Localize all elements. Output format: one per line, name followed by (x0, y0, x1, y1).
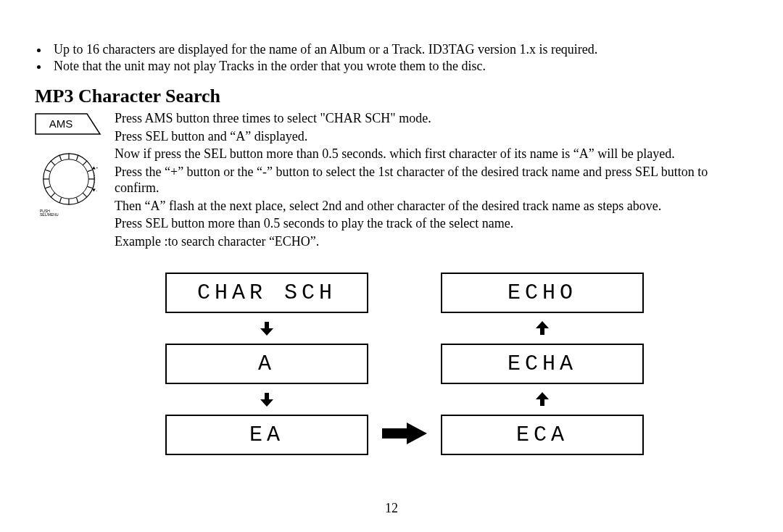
instruction-line: Press AMS button three times to select "… (115, 110, 753, 127)
icons-column: AMS (35, 110, 103, 217)
display-box: A (165, 344, 368, 384)
instruction-line: Example :to search character “ECHO”. (115, 233, 753, 250)
left-sequence: CHAR SCH A EA (165, 273, 368, 455)
display-box: ECHA (441, 344, 644, 384)
instruction-line: Press SEL button more than 0.5 seconds t… (115, 215, 753, 232)
notes-list: Up to 16 characters are displayed for th… (49, 42, 753, 74)
svg-text:+: + (96, 166, 98, 170)
page-number: 12 (0, 501, 783, 516)
display-box: ECHO (441, 273, 644, 313)
instruction-line: Then “A” flash at the next place, select… (115, 198, 753, 215)
rotary-knob-icon: + - PUSH SEL/MENU (35, 150, 103, 217)
instruction-paragraphs: Press AMS button three times to select "… (115, 110, 753, 251)
arrow-down-icon (257, 390, 277, 409)
note-item: Note that the unit may not play Tracks i… (49, 59, 753, 74)
display-box: ECA (441, 415, 644, 455)
arrow-up-icon (532, 319, 552, 338)
ams-label: AMS (35, 113, 87, 135)
instruction-line: Press the “+” button or the “-” button t… (115, 164, 753, 196)
note-item: Up to 16 characters are displayed for th… (49, 42, 753, 57)
section-title: MP3 Character Search (35, 86, 753, 107)
arrow-right-wrap (368, 415, 441, 455)
knob-svg: + - (40, 150, 98, 208)
svg-marker-20 (92, 189, 96, 192)
svg-text:-: - (96, 189, 98, 193)
ams-button-icon: AMS (35, 113, 97, 138)
instruction-block: AMS (35, 110, 753, 251)
display-sequence-diagram: CHAR SCH A EA ECHO ECHA ECA (165, 273, 753, 455)
arrow-down-icon (257, 319, 277, 338)
display-box: EA (165, 415, 368, 455)
display-box: CHAR SCH (165, 273, 368, 313)
instruction-line: Now if press the SEL button more than 0.… (115, 146, 753, 162)
instruction-line: Press SEL button and “A” displayed. (115, 128, 753, 145)
knob-caption: PUSH SEL/MENU (40, 209, 98, 217)
arrow-right-icon (379, 420, 430, 450)
svg-marker-19 (92, 166, 96, 169)
arrow-up-icon (532, 390, 552, 409)
right-sequence: ECHO ECHA ECA (441, 273, 644, 455)
svg-point-2 (49, 159, 88, 199)
